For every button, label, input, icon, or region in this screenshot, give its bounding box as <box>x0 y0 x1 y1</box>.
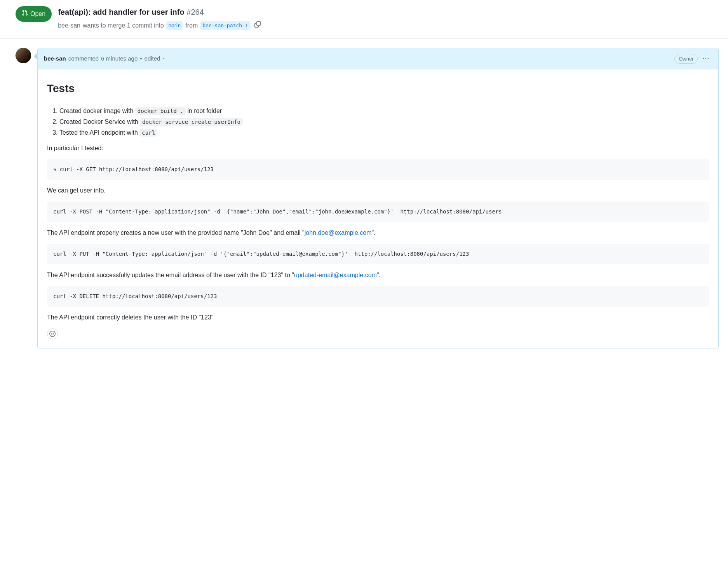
paragraph: The API endpoint correctly deletes the u… <box>47 313 709 322</box>
pr-title-block: feat(api): add handler for user info #26… <box>58 6 712 32</box>
list-item: Created docker image with docker build .… <box>59 106 709 116</box>
list-text: Created docker image with <box>59 108 135 114</box>
code-block-post: curl -X POST -H "Content-Type: applicati… <box>47 201 709 222</box>
text: The API endpoint properly creates a new … <box>47 229 305 236</box>
head-branch[interactable]: bee-san-patch-1 <box>200 21 250 30</box>
paragraph: We can get user info. <box>47 186 709 195</box>
comment-author[interactable]: bee-san <box>44 54 66 63</box>
comment-wrapper: bee-san commented 6 minutes ago • edited… <box>37 48 719 349</box>
paragraph: In particular I tested: <box>47 144 709 153</box>
list-text: in root folder <box>187 108 222 114</box>
pr-header: Open feat(api): add handler for user inf… <box>0 0 728 38</box>
copy-icon[interactable] <box>253 19 262 32</box>
pr-meta: bee-san wants to merge 1 commit into mai… <box>58 19 712 32</box>
inline-code: docker build . <box>135 107 186 115</box>
inline-code: docker service create userInfo <box>140 118 243 126</box>
pr-state-badge: Open <box>16 6 52 22</box>
triangle-down-icon <box>162 57 165 61</box>
edited-label: edited <box>145 54 160 63</box>
pr-number: #264 <box>186 8 204 16</box>
list-text: Tested the API endpoint with <box>59 129 139 136</box>
tests-heading: Tests <box>47 80 709 100</box>
owner-badge: Owner <box>674 54 698 64</box>
code-block-get: $ curl -X GET http://localhost:8080/api/… <box>47 159 709 180</box>
kebab-menu-icon[interactable]: ··· <box>700 52 712 66</box>
comment-arrow-icon <box>34 53 37 59</box>
comment-header: bee-san commented 6 minutes ago • edited… <box>38 48 718 69</box>
email-link[interactable]: john.doe@example.com <box>305 229 372 236</box>
comment-body: Tests Created docker image with docker b… <box>38 69 718 349</box>
edited-dropdown[interactable]: edited <box>145 54 166 63</box>
merge-text-1: wants to merge 1 commit into <box>83 21 164 30</box>
smiley-icon <box>49 331 56 337</box>
list-item: Created Docker Service with docker servi… <box>59 117 709 127</box>
commented-label: commented <box>68 54 99 63</box>
inline-code: curl <box>139 129 157 137</box>
list-text: Created Docker Service with <box>59 118 140 125</box>
comment-timestamp[interactable]: 6 minutes ago <box>101 54 138 63</box>
git-pull-request-icon <box>22 9 28 19</box>
code-block-delete: curl -X DELETE http://localhost:8080/api… <box>47 286 709 307</box>
base-branch[interactable]: main <box>166 21 183 30</box>
text: ". <box>377 272 381 278</box>
list-item: Tested the API endpoint with curl <box>59 128 709 137</box>
pr-state-label: Open <box>30 9 45 19</box>
code-block-put: curl -X PUT -H "Content-Type: applicatio… <box>47 244 709 264</box>
pr-title: feat(api): add handler for user info #26… <box>58 6 712 18</box>
avatar[interactable] <box>16 48 31 63</box>
paragraph: The API endpoint successfully updates th… <box>47 271 709 280</box>
text: ". <box>372 229 376 236</box>
add-reaction-button[interactable] <box>47 328 58 339</box>
bullet: • <box>140 54 142 63</box>
paragraph: The API endpoint properly creates a new … <box>47 228 709 238</box>
text: The API endpoint successfully updates th… <box>47 272 294 278</box>
comment-box: bee-san commented 6 minutes ago • edited… <box>37 48 719 349</box>
test-steps-list: Created docker image with docker build .… <box>47 106 709 137</box>
pr-title-text[interactable]: feat(api): add handler for user info <box>58 8 185 16</box>
merge-text-2: from <box>185 21 198 30</box>
pr-author[interactable]: bee-san <box>58 21 80 30</box>
email-link[interactable]: updated-email@example.com <box>294 272 377 278</box>
timeline: bee-san commented 6 minutes ago • edited… <box>0 38 728 358</box>
